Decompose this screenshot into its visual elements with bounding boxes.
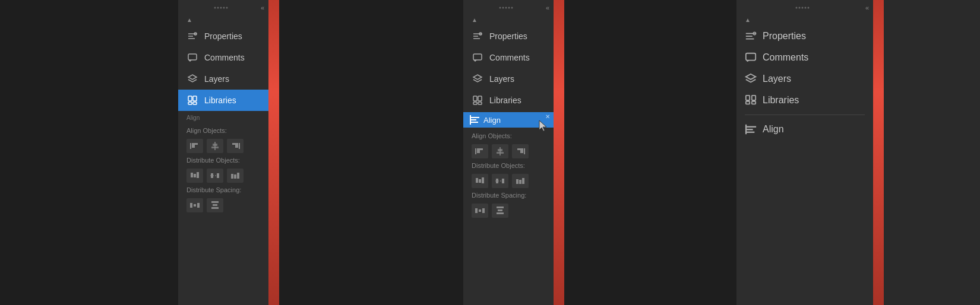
- align-section-2: Align Objects: Distribute Objects:: [463, 128, 554, 226]
- sidebar-item-properties-1[interactable]: Properties: [178, 26, 268, 47]
- comments-icon-2: [472, 52, 483, 63]
- collapse-btn-1[interactable]: «: [261, 4, 265, 11]
- dist-bottom-btn-2[interactable]: [512, 174, 529, 188]
- comments-label-1: Comments: [204, 53, 245, 62]
- collapse-btn-3[interactable]: «: [865, 4, 870, 11]
- svg-point-84: [808, 7, 810, 9]
- panel-1-menu: Properties Comments: [178, 24, 268, 112]
- svg-rect-56: [475, 148, 476, 154]
- libraries-label-2: Libraries: [489, 96, 521, 105]
- collapse-arrow-2[interactable]: ▲: [463, 15, 554, 24]
- canvas-area-2: [279, 0, 463, 305]
- collapse-arrow-1[interactable]: ▲: [178, 15, 268, 24]
- sidebar-item-layers-1[interactable]: Layers: [178, 68, 268, 90]
- sidebar-item-align-3[interactable]: Align: [736, 119, 873, 140]
- align-center-h-btn-2[interactable]: [492, 144, 508, 158]
- distribute-spacing-title-1: Distribute Spacing:: [186, 186, 260, 193]
- collapse-btn-2[interactable]: «: [546, 4, 550, 11]
- svg-rect-50: [473, 102, 477, 104]
- align-objects-title-1: Align Objects:: [186, 127, 260, 134]
- svg-rect-62: [524, 148, 525, 154]
- arrow-up-icon-2: ▲: [472, 17, 478, 23]
- dist-h-spacing-btn-1[interactable]: [186, 198, 203, 212]
- svg-rect-49: [478, 96, 482, 101]
- dist-center-v-btn-2[interactable]: [492, 174, 508, 188]
- distribute-objects-title-2: Distribute Objects:: [472, 162, 545, 169]
- svg-point-39: [502, 7, 504, 9]
- sidebar-item-comments-3[interactable]: Comments: [736, 47, 873, 68]
- layers-label-2: Layers: [489, 74, 514, 84]
- svg-rect-14: [190, 143, 191, 149]
- libraries-icon-3: [745, 94, 757, 106]
- svg-rect-9: [188, 54, 197, 60]
- svg-point-81: [799, 7, 801, 9]
- align-right-btn-2[interactable]: [512, 144, 529, 158]
- svg-rect-31: [237, 173, 239, 179]
- svg-rect-11: [193, 96, 197, 101]
- drag-handle-2: [467, 5, 546, 10]
- svg-rect-29: [231, 174, 233, 179]
- panel-2: « ▲ Properties: [463, 0, 554, 305]
- svg-rect-54: [470, 122, 478, 123]
- section-2: « ▲ Properties: [279, 0, 564, 305]
- svg-rect-73: [522, 178, 524, 184]
- svg-point-42: [511, 7, 513, 9]
- sidebar-item-libraries-2[interactable]: Libraries: [463, 90, 554, 111]
- align-label-3: Align: [763, 124, 784, 135]
- sidebar-item-layers-2[interactable]: Layers: [463, 68, 554, 90]
- red-bar-2: [554, 0, 564, 305]
- drag-handle-1: [182, 5, 261, 10]
- dist-v-spacing-btn-1[interactable]: [207, 198, 223, 212]
- svg-point-40: [505, 7, 507, 9]
- layers-label-1: Layers: [204, 74, 229, 84]
- dist-top-btn-2[interactable]: [472, 174, 488, 188]
- sidebar-item-comments-1[interactable]: Comments: [178, 47, 268, 68]
- svg-rect-47: [473, 54, 482, 60]
- sidebar-item-libraries-3[interactable]: Libraries: [736, 90, 873, 111]
- align-center-h-btn-1[interactable]: [207, 139, 223, 153]
- collapse-arrow-3[interactable]: ▲: [736, 15, 873, 24]
- properties-icon-2: [472, 30, 483, 42]
- align-sublabel-1: Align: [178, 112, 268, 122]
- distribute-spacing-title-2: Distribute Spacing:: [472, 192, 545, 199]
- section-3: « ▲ Properties: [564, 0, 884, 305]
- align-objects-row-2: [472, 144, 545, 158]
- distribute-spacing-row-1: [186, 198, 260, 212]
- svg-rect-16: [192, 143, 198, 145]
- sidebar-item-comments-2[interactable]: Comments: [463, 47, 554, 68]
- align-left-btn-2[interactable]: [472, 144, 488, 158]
- svg-rect-10: [188, 96, 192, 101]
- dist-center-v-btn-1[interactable]: [207, 169, 223, 183]
- dist-top-btn-1[interactable]: [186, 169, 203, 183]
- align-highlight-label[interactable]: ✕ Align: [463, 112, 554, 128]
- libraries-label-3: Libraries: [763, 95, 799, 106]
- sidebar-item-libraries-1[interactable]: Libraries: [178, 90, 268, 111]
- svg-rect-23: [191, 173, 193, 177]
- libraries-label-1: Libraries: [204, 96, 236, 105]
- sidebar-item-properties-3[interactable]: Properties: [736, 26, 873, 47]
- svg-point-41: [508, 7, 510, 9]
- sidebar-item-properties-2[interactable]: Properties: [463, 26, 554, 47]
- align-left-btn-1[interactable]: [186, 139, 203, 153]
- svg-point-4: [226, 7, 228, 9]
- svg-rect-67: [482, 177, 484, 183]
- dist-v-spacing-btn-2[interactable]: [492, 204, 508, 218]
- canvas-area-1: [0, 0, 178, 305]
- layers-icon-3: [745, 73, 757, 85]
- svg-point-80: [796, 7, 798, 9]
- dist-bottom-btn-1[interactable]: [227, 169, 244, 183]
- svg-rect-64: [517, 148, 523, 150]
- svg-rect-78: [498, 209, 502, 211]
- svg-rect-90: [746, 96, 750, 100]
- svg-rect-12: [188, 102, 192, 104]
- sidebar-item-layers-3[interactable]: Layers: [736, 68, 873, 90]
- canvas-area-3: [564, 0, 736, 305]
- dist-h-spacing-btn-2[interactable]: [472, 204, 488, 218]
- svg-rect-74: [475, 208, 478, 213]
- svg-rect-33: [194, 204, 196, 206]
- svg-point-2: [220, 7, 222, 9]
- svg-rect-94: [745, 126, 756, 128]
- align-right-btn-1[interactable]: [227, 139, 244, 153]
- svg-rect-35: [211, 201, 219, 203]
- svg-rect-22: [232, 143, 238, 145]
